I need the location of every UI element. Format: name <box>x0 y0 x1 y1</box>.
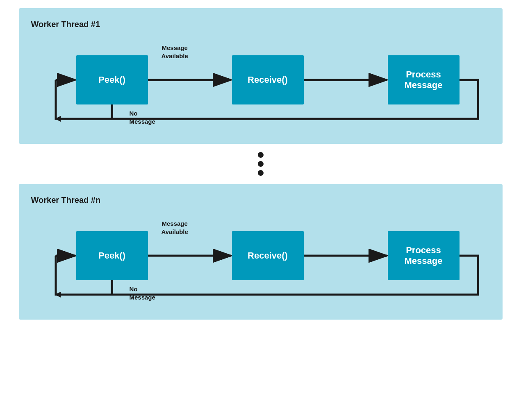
dot-1 <box>258 152 264 158</box>
page-wrapper: Worker Thread #1 <box>19 8 503 320</box>
thread-n-box: Worker Thread #n <box>19 184 503 320</box>
thread-1-msg-available-label: MessageAvailable <box>162 44 188 60</box>
thread-n-flow: Peek() Receive() Process Message Message… <box>31 215 490 305</box>
dots-separator <box>258 144 264 184</box>
dot-3 <box>258 170 264 176</box>
thread-1-peek-label: Peek() <box>98 75 125 85</box>
thread-n-peek-label: Peek() <box>98 250 125 261</box>
thread-n-peek-box: Peek() <box>76 231 148 280</box>
thread-n-msg-available-label: MessageAvailable <box>162 220 188 236</box>
thread-1-receive-box: Receive() <box>232 55 304 104</box>
thread-n-receive-box: Receive() <box>232 231 304 280</box>
thread-1-process-label: Process Message <box>405 69 443 91</box>
thread-1-box: Worker Thread #1 <box>19 8 503 144</box>
thread-1-no-message-label: NoMessage <box>130 109 155 125</box>
thread-1-peek-box: Peek() <box>76 55 148 104</box>
thread-1-process-box: Process Message <box>388 55 460 104</box>
thread-n-receive-label: Receive() <box>248 250 288 261</box>
thread-1-flow: Peek() Receive() Process Message Message… <box>31 39 490 129</box>
thread-n-process-box: Process Message <box>388 231 460 280</box>
thread-1-receive-label: Receive() <box>248 75 288 85</box>
thread-1-title: Worker Thread #1 <box>31 20 490 29</box>
dot-2 <box>258 161 264 167</box>
thread-n-process-label: Process Message <box>405 245 443 266</box>
thread-n-no-message-label: NoMessage <box>130 285 155 301</box>
thread-n-title: Worker Thread #n <box>31 195 490 205</box>
